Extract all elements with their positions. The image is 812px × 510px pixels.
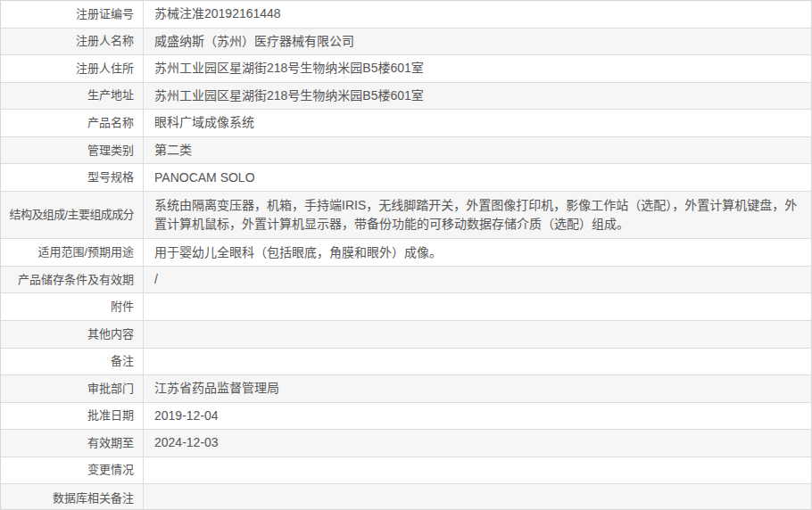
field-label: 有效期至: [1, 430, 144, 457]
field-label: 适用范围/预期用途: [1, 239, 144, 266]
field-value: 苏州工业园区星湖街218号生物纳米园B5楼601室: [144, 83, 811, 110]
field-value: 2024-12-03: [144, 430, 811, 457]
field-value: 系统由隔离变压器，机箱，手持端IRIS，无线脚踏开关，外置图像打印机，影像工作站…: [144, 192, 811, 239]
field-value: [144, 321, 811, 348]
table-row: 适用范围/预期用途 用于婴幼儿全眼科（包括眼底，角膜和眼外）成像。: [1, 239, 811, 267]
field-label: 生产地址: [1, 83, 144, 110]
field-label: 变更情况: [1, 457, 144, 484]
field-label: 注册证编号: [1, 1, 144, 28]
field-label: 数据库相关备注: [1, 484, 144, 510]
field-label: 其他内容: [1, 321, 144, 348]
field-value: /: [144, 267, 811, 293]
field-value: 用于婴幼儿全眼科（包括眼底，角膜和眼外）成像。: [144, 239, 811, 266]
field-label: 产品储存条件及有效期: [1, 267, 144, 293]
field-label: 型号规格: [1, 164, 144, 191]
field-label: 结构及组成/主要组成成分: [1, 192, 144, 239]
table-row: 其他内容: [1, 321, 811, 349]
field-value: 眼科广域成像系统: [144, 110, 811, 136]
field-value: [144, 349, 811, 375]
field-label: 审批部门: [1, 375, 144, 402]
table-row: 生产地址 苏州工业园区星湖街218号生物纳米园B5楼601室: [1, 83, 811, 111]
table-row: 结构及组成/主要组成成分 系统由隔离变压器，机箱，手持端IRIS，无线脚踏开关，…: [1, 192, 811, 240]
registration-info-table: 注册证编号 苏械注准20192161448 注册人名称 威盛纳斯（苏州）医疗器械…: [0, 0, 812, 510]
field-value: 威盛纳斯（苏州）医疗器械有限公司: [144, 29, 811, 55]
table-row: 管理类别 第二类: [1, 137, 811, 165]
table-row: 批准日期 2019-12-04: [1, 403, 811, 431]
table-row: 注册人名称 威盛纳斯（苏州）医疗器械有限公司: [1, 29, 811, 56]
table-row: 有效期至 2024-12-03: [1, 430, 811, 457]
field-label: 备注: [1, 349, 144, 375]
field-value: 苏械注准20192161448: [144, 1, 811, 28]
table-row: 审批部门 江苏省药品监督管理局: [1, 375, 811, 403]
field-value: 苏州工业园区星湖街218号生物纳米园B5楼601室: [144, 55, 811, 82]
field-value: 第二类: [144, 137, 811, 164]
table-row: 附件: [1, 293, 811, 321]
table-row: 备注: [1, 349, 811, 376]
field-label: 注册人名称: [1, 29, 144, 55]
table-row: 数据库相关备注: [1, 484, 811, 510]
table-row: 变更情况: [1, 457, 811, 485]
table-row: 注册人住所 苏州工业园区星湖街218号生物纳米园B5楼601室: [1, 55, 811, 83]
field-label: 附件: [1, 293, 144, 320]
table-row: 产品储存条件及有效期 /: [1, 267, 811, 294]
field-value: [144, 293, 811, 320]
field-value: [144, 484, 811, 510]
table-row: 产品名称 眼科广域成像系统: [1, 110, 811, 137]
field-value: 2019-12-04: [144, 403, 811, 430]
field-value: 江苏省药品监督管理局: [144, 375, 811, 402]
field-label: 注册人住所: [1, 55, 144, 82]
field-label: 产品名称: [1, 110, 144, 136]
field-label: 批准日期: [1, 403, 144, 430]
field-label: 管理类别: [1, 137, 144, 164]
field-value: [144, 457, 811, 484]
table-row: 注册证编号 苏械注准20192161448: [1, 1, 811, 29]
table-row: 型号规格 PANOCAM SOLO: [1, 164, 811, 192]
field-value: PANOCAM SOLO: [144, 164, 811, 191]
